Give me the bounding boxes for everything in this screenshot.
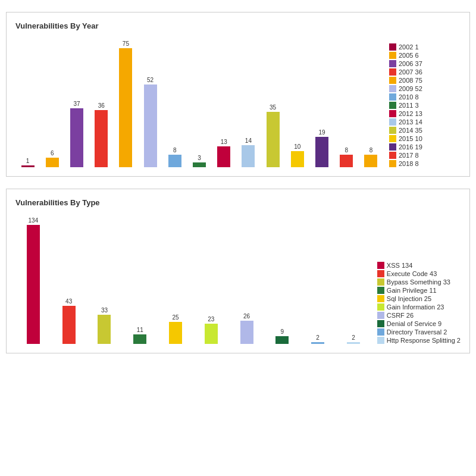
type-legend: XSS 134Execute Code 43Bypass Something 3… [371,262,461,344]
type-chart-section: Vulnerabilities By Type 1344333112523269… [6,189,470,353]
legend-color-swatch [389,60,396,67]
legend-color-swatch [389,152,396,159]
legend-item: 2012 13 [389,110,461,117]
legend-color-swatch [389,135,396,142]
bar-value-label: 2 [316,334,320,341]
legend-label: 2007 36 [399,68,422,76]
bar-value-label: 43 [65,298,72,305]
bar-value-label: 2 [352,334,355,341]
legend-item: Http Response Splitting 2 [377,337,461,344]
legend-label: Sql Injection 25 [387,295,431,302]
legend-label: 2018 8 [399,160,419,167]
legend-label: 2015 10 [399,135,422,142]
bar-rect [364,155,377,167]
bar-value-label: 8 [345,147,348,154]
bar-rect [133,334,146,344]
bar-value-label: 8 [173,147,177,154]
legend-item: Denial of Service 9 [377,320,461,327]
legend-color-swatch [377,287,384,294]
legend-label: 2008 75 [399,77,422,84]
legend-label: Gain Privilege 11 [387,287,437,294]
year-chart-inner: 163736755283131435101988 2002 12005 6200… [15,36,461,167]
type-bar-group: 2 [336,213,371,344]
year-bar-area: 163736755283131435101988 [15,36,383,167]
year-bar-group: 35 [261,36,285,167]
bar-rect [119,48,132,167]
year-bar-group: 19 [309,36,334,167]
legend-color-swatch [389,77,396,84]
bar-value-label: 35 [270,104,276,111]
legend-item: 2014 35 [389,127,461,134]
type-bar-group: 43 [51,213,87,344]
type-bar-group: 2 [300,213,336,344]
bar-rect [193,162,206,167]
legend-label: 2009 52 [399,85,422,92]
year-bar-group: 1 [15,36,40,167]
bar-value-label: 1 [26,158,30,164]
legend-item: 2017 8 [389,152,461,159]
legend-item: Bypass Something 33 [377,278,461,286]
legend-label: XSS 134 [387,262,412,269]
legend-item: 2011 3 [389,102,461,109]
bar-rect [168,155,181,167]
legend-color-swatch [389,127,396,134]
legend-label: 2006 37 [399,60,422,67]
legend-label: 2016 19 [399,143,422,151]
bar-value-label: 13 [221,139,227,145]
legend-color-swatch [389,118,396,126]
year-bar-group: 10 [285,36,309,167]
legend-item: 2010 8 [389,93,461,101]
type-chart-title: Vulnerabilities By Type [15,198,461,207]
type-bar-group: 9 [264,213,300,344]
bar-value-label: 25 [172,314,178,321]
bar-rect [347,342,360,344]
legend-color-swatch [377,295,384,302]
legend-item: XSS 134 [377,262,461,269]
bar-rect [46,158,59,167]
bar-rect [95,110,108,167]
bar-rect [205,324,218,344]
legend-label: Gain Information 23 [387,303,444,311]
year-bar-group: 36 [89,36,114,167]
legend-label: Execute Code 43 [387,270,437,277]
year-legend: 2002 12005 62006 372007 362008 752009 52… [383,43,461,167]
legend-item: CSRF 26 [377,312,461,319]
bar-rect [275,336,289,344]
legend-label: Denial of Service 9 [387,320,441,327]
legend-label: 2014 35 [399,127,422,134]
year-bar-group: 8 [334,36,359,167]
legend-item: 2009 52 [389,85,461,92]
legend-color-swatch [377,270,384,277]
bar-value-label: 75 [123,40,129,47]
legend-item: 2016 19 [389,143,461,151]
legend-color-swatch [389,160,396,167]
legend-color-swatch [377,262,384,269]
bar-value-label: 23 [208,316,214,322]
legend-color-swatch [377,337,384,344]
legend-color-swatch [389,143,396,151]
type-bar-group: 23 [193,213,229,344]
year-bar-group: 52 [138,36,162,167]
year-bar-group: 14 [236,36,261,167]
bar-value-label: 37 [73,101,80,107]
bar-rect [27,225,40,344]
bar-value-label: 14 [245,137,252,144]
legend-label: 2012 13 [399,110,422,117]
bar-value-label: 8 [369,147,373,154]
year-bar-group: 75 [114,36,138,167]
bar-value-label: 3 [198,155,201,161]
legend-color-swatch [389,85,396,92]
bar-rect [70,108,83,167]
bar-rect [240,321,253,344]
legend-label: CSRF 26 [387,312,414,319]
bar-rect [144,84,157,167]
type-chart-inner: 134433311252326922 XSS 134Execute Code 4… [15,213,461,344]
bar-value-label: 9 [281,328,284,335]
year-bar-group: 3 [187,36,211,167]
year-chart-section: Vulnerabilities By Year 1637367552831314… [6,12,470,177]
legend-color-swatch [389,68,396,76]
legend-item: Execute Code 43 [377,270,461,277]
legend-color-swatch [389,43,396,51]
legend-label: Directory Traversal 2 [387,328,447,336]
legend-label: Bypass Something 33 [387,278,450,286]
